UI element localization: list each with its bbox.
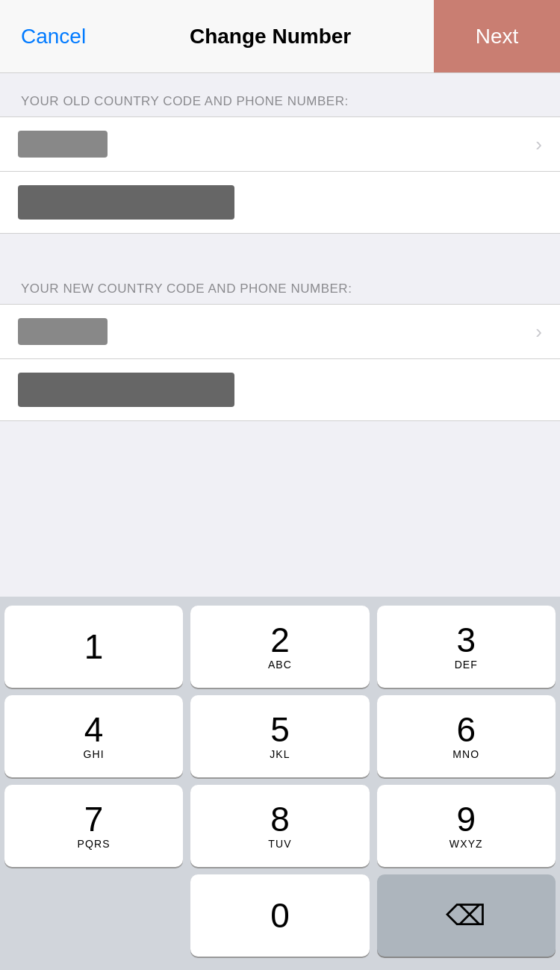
new-phone-number-row[interactable] [0, 359, 560, 421]
key-5-letters: JKL [270, 748, 290, 760]
key-0[interactable]: 0 [190, 874, 369, 957]
key-4[interactable]: 4 GHI [4, 695, 183, 777]
key-3-letters: DEF [455, 659, 478, 671]
keyboard-row-2: 4 GHI 5 JKL 6 MNO [4, 695, 556, 777]
keyboard: 1 2 ABC 3 DEF 4 GHI 5 JKL 6 MNO 7 PQRS [0, 597, 560, 970]
key-9-number: 9 [457, 802, 476, 836]
key-4-number: 4 [84, 712, 104, 747]
cancel-button[interactable]: Cancel [0, 0, 107, 72]
key-6-letters: MNO [452, 748, 479, 760]
key-5-number: 5 [270, 712, 290, 747]
header: Cancel Change Number Next [0, 0, 560, 73]
new-country-code-row[interactable]: › [0, 304, 560, 359]
keyboard-row-1: 1 2 ABC 3 DEF [4, 606, 556, 688]
old-phone-number-field[interactable] [18, 185, 234, 220]
key-0-number: 0 [270, 898, 290, 933]
key-8-letters: TUV [268, 838, 291, 850]
key-9-letters: WXYZ [449, 838, 483, 850]
key-5[interactable]: 5 JKL [190, 695, 369, 777]
key-7[interactable]: 7 PQRS [4, 785, 183, 867]
key-7-letters: PQRS [78, 838, 111, 850]
old-country-code-field[interactable] [18, 131, 108, 158]
chevron-right-icon: › [535, 133, 542, 156]
key-6[interactable]: 6 MNO [377, 695, 556, 777]
delete-icon: ⌫ [446, 899, 486, 932]
key-4-letters: GHI [84, 748, 105, 760]
key-1-number: 1 [84, 629, 104, 664]
chevron-right-icon-2: › [535, 320, 542, 343]
key-7-number: 7 [84, 802, 104, 836]
key-8[interactable]: 8 TUV [190, 785, 369, 867]
spacer [0, 421, 560, 466]
key-2[interactable]: 2 ABC [190, 606, 369, 688]
key-8-number: 8 [270, 802, 290, 836]
key-9[interactable]: 9 WXYZ [377, 785, 556, 867]
old-country-code-row[interactable]: › [0, 116, 560, 172]
new-country-code-field[interactable] [18, 318, 108, 345]
next-button[interactable]: Next [434, 0, 560, 72]
form-area: YOUR OLD COUNTRY CODE AND PHONE NUMBER: … [0, 73, 560, 421]
key-1[interactable]: 1 [4, 606, 183, 688]
page-title: Change Number [190, 25, 351, 49]
keyboard-row-3: 7 PQRS 8 TUV 9 WXYZ [4, 785, 556, 867]
keyboard-row-4: 0 ⌫ [4, 874, 556, 957]
key-2-letters: ABC [268, 659, 292, 671]
old-section-label: YOUR OLD COUNTRY CODE AND PHONE NUMBER: [0, 73, 560, 116]
delete-button[interactable]: ⌫ [377, 874, 556, 957]
new-section-label: YOUR NEW COUNTRY CODE AND PHONE NUMBER: [0, 261, 560, 304]
key-2-number: 2 [270, 623, 290, 657]
key-empty [4, 874, 183, 957]
old-phone-number-row[interactable] [0, 172, 560, 234]
new-phone-number-field[interactable] [18, 373, 234, 407]
key-3[interactable]: 3 DEF [377, 606, 556, 688]
key-3-number: 3 [457, 623, 476, 657]
key-6-number: 6 [457, 712, 476, 747]
